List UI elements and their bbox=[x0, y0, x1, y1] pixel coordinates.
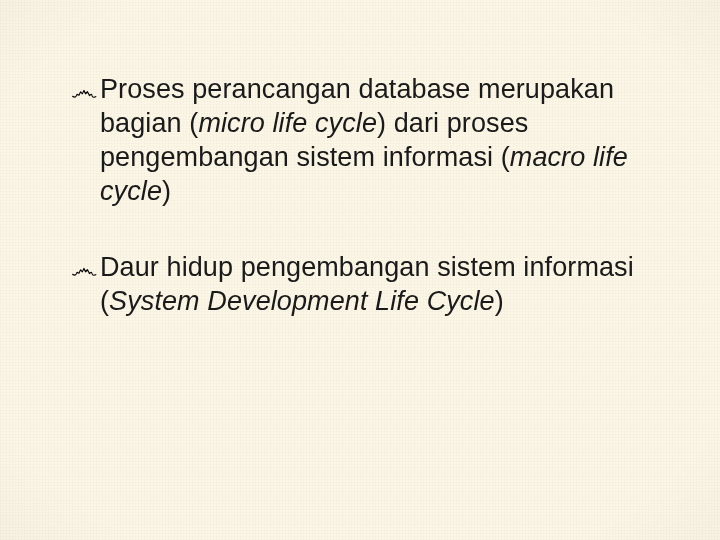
list-item: ෴ Daur hidup pengembangan sistem informa… bbox=[70, 250, 660, 318]
bullet-icon: ෴ bbox=[70, 252, 98, 286]
text-span: micro life cycle bbox=[198, 108, 377, 138]
content-area: ෴ Proses perancangan database merupakan … bbox=[70, 72, 660, 360]
text-span: System Development Life Cycle bbox=[109, 286, 495, 316]
list-item-text: Proses perancangan database merupakan ba… bbox=[100, 72, 660, 208]
bullet-icon: ෴ bbox=[70, 74, 98, 108]
list-item-text: Daur hidup pengembangan sistem informasi… bbox=[100, 250, 660, 318]
text-span: ) bbox=[162, 176, 171, 206]
slide: ෴ Proses perancangan database merupakan … bbox=[0, 0, 720, 540]
text-span: ) bbox=[495, 286, 504, 316]
list-item: ෴ Proses perancangan database merupakan … bbox=[70, 72, 660, 208]
